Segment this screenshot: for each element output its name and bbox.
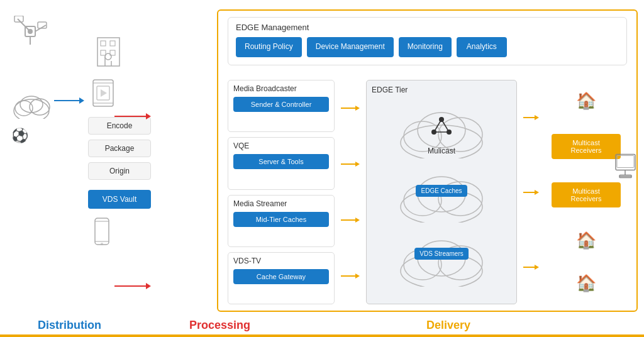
svg-point-27: [101, 243, 103, 245]
edge-tier-box: EDGE Tier: [366, 80, 517, 304]
svg-line-36: [441, 119, 449, 132]
house-icon-top: 🏠: [576, 91, 596, 111]
tablet-icon: [91, 78, 151, 111]
analytics-btn[interactable]: Analytics: [457, 37, 507, 57]
media-streamer-title: Media Streamer: [233, 199, 329, 208]
edge-caches-cloud: EDGE Caches: [391, 166, 492, 223]
arrow-panel-4: [341, 273, 360, 279]
arrow-red-bottom: [114, 283, 151, 289]
monitoring-btn[interactable]: Monitoring: [399, 37, 452, 57]
encode-item: Encode: [88, 117, 151, 135]
svg-line-35: [434, 119, 441, 132]
edge-management-box: EDGE Management Routing Policy Device Ma…: [228, 17, 627, 65]
arrow-panel-2: [341, 162, 360, 167]
svg-marker-23: [101, 89, 107, 97]
label-delivery: Delivery: [426, 319, 470, 332]
vds-streamers-badge: VDS Streamers: [414, 248, 468, 260]
svg-rect-24: [95, 218, 109, 245]
edge-mgmt-title: EDGE Management: [236, 23, 619, 32]
vds-vault-item: VDS Vault: [88, 190, 151, 209]
mgmt-buttons: Routing Policy Device Management Monitor…: [236, 37, 619, 57]
multicast-receivers-2: Multicast Receivers: [552, 182, 621, 207]
arrow-right-3: [523, 265, 539, 270]
package-item: Package: [88, 140, 151, 157]
arrow-panel-1: [341, 106, 360, 111]
right-receivers-col: 🏠 Multicast Receivers Multicast Receiver…: [545, 80, 627, 304]
left-panels: Media Broadcaster Sender & Controller VQ…: [228, 80, 335, 304]
arrow-blue: [54, 97, 84, 104]
media-broadcaster-title: Media Broadcaster: [233, 84, 329, 93]
svg-rect-1: [14, 16, 23, 22]
processing-col: Encode Package Origin VDS Vault: [88, 35, 151, 249]
vds-tv-panel: VDS-TV Cache Gateway: [228, 252, 335, 304]
server-tools-btn[interactable]: Server & Tools: [233, 154, 329, 169]
house-icon-mid: 🏠: [576, 231, 596, 250]
monitor-icon: [614, 153, 636, 184]
svg-rect-12: [101, 41, 106, 46]
vds-tv-title: VDS-TV: [233, 257, 329, 265]
svg-point-6: [28, 29, 33, 34]
arrow-red-top: [114, 113, 151, 119]
house-icon-bot: 🏠: [576, 273, 596, 293]
middle-arrows: [341, 80, 360, 304]
vds-streamers-cloud: VDS Streamers: [391, 230, 492, 287]
delivery-outer-box: EDGE Management Routing Policy Device Ma…: [217, 9, 638, 312]
label-processing: Processing: [189, 319, 250, 332]
media-streamer-panel: Media Streamer Mid-Tier Caches: [228, 195, 335, 247]
network-dots: [429, 114, 454, 142]
satellite-icon: [11, 16, 52, 53]
right-arrows: [523, 80, 539, 304]
svg-rect-14: [101, 50, 106, 55]
vqe-panel: VQE Server & Tools: [228, 137, 335, 189]
media-broadcaster-panel: Media Broadcaster Sender & Controller: [228, 80, 335, 132]
process-items: Encode Package Origin VDS Vault: [88, 117, 151, 209]
phone-icon: [93, 216, 151, 249]
arrow-right-2: [523, 190, 539, 195]
device-management-btn[interactable]: Device Management: [307, 37, 394, 57]
multicast-label: Mulicast: [428, 146, 455, 155]
edge-tier-title: EDGE Tier: [372, 86, 408, 94]
gold-bar: [0, 334, 644, 337]
cloud-dist: [11, 91, 52, 121]
cache-gateway-btn[interactable]: Cache Gateway: [233, 269, 329, 284]
svg-point-16: [105, 53, 111, 60]
origin-item: Origin: [88, 162, 151, 180]
diagram: Distribution Processing Delivery: [0, 0, 644, 337]
distribution-col: ⚽: [11, 16, 52, 144]
svg-line-0: [18, 19, 30, 31]
mid-tier-caches-btn[interactable]: Mid-Tier Caches: [233, 212, 329, 227]
soccer-icon: ⚽: [11, 128, 52, 144]
multicast-receivers-1: Multicast Receivers: [552, 134, 621, 159]
building-icon: [94, 35, 151, 74]
vqe-title: VQE: [233, 141, 329, 150]
svg-rect-47: [617, 156, 634, 168]
arrow-panel-3: [341, 218, 360, 223]
label-distribution: Distribution: [38, 319, 101, 332]
routing-policy-btn[interactable]: Routing Policy: [236, 37, 302, 57]
edge-caches-badge: EDGE Caches: [416, 185, 467, 197]
bottom-labels: Distribution Processing Delivery: [0, 319, 644, 332]
sender-controller-btn[interactable]: Sender & Controller: [233, 97, 329, 112]
main-content: Media Broadcaster Sender & Controller VQ…: [228, 80, 627, 304]
svg-rect-13: [110, 41, 115, 46]
multicast-cloud: Mulicast: [391, 102, 492, 158]
arrow-right-1: [523, 115, 539, 120]
